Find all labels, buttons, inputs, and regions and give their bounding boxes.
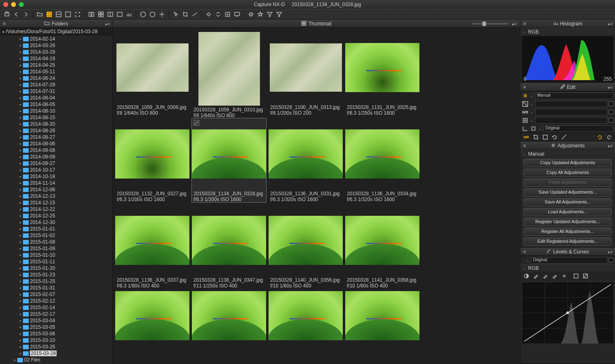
close-panel-icon[interactable]: ✕ [523,21,526,27]
folder-tree-item[interactable]: ▸2015-01-09 [0,245,112,252]
exposure-comp-row[interactable]: ⌄ [520,99,615,108]
folder-tree-item[interactable]: ▸02 Film [0,357,112,363]
straighten-tool-icon[interactable] [542,133,549,140]
folder-tree-item[interactable]: ▸2014-08-27 [0,134,112,140]
thumbnail-item[interactable] [192,291,266,336]
folder-tree-item[interactable]: ▸2015-02-14 [0,304,112,311]
folder-tree-item[interactable]: ▸2014-06-24 [0,75,112,81]
folder-tree-item[interactable]: ▸2015-03-05 [0,324,112,330]
histogram-toggle-icon[interactable] [125,11,132,18]
thumbnail-item[interactable]: 20150328_1136_JUN_0337.jpgf/6.3 1/80s IS… [115,205,189,289]
contrast-icon[interactable] [523,273,530,280]
curves-preset-dropdown[interactable]: Original [531,257,607,264]
folder-tree-item[interactable]: ▸2015-03-26 [0,344,112,350]
back-icon[interactable] [13,11,20,18]
folder-tree-item[interactable]: ▸2014-08-10 [0,108,112,114]
adjustment-action-button[interactable]: Load Adjustments... [524,208,612,216]
folder-tree-item[interactable]: ▸2014-12-06 [0,186,112,193]
edit-mode-dropdown[interactable]: Manual [535,93,613,99]
list-view-icon[interactable] [55,11,62,18]
adjustments-mode-row[interactable]: ⌄ Manual [520,150,615,157]
folder-tree-item[interactable]: ▸2014-10-18 [0,173,112,180]
folder-tree-item[interactable]: ▸2014-09-08 [0,147,112,154]
adjustment-action-button[interactable]: Copy Updated Adjustments [524,159,612,167]
folder-tree-item[interactable]: ▸2015-02-12 [0,298,112,304]
thumbnail-item[interactable] [345,291,419,336]
close-window-button[interactable] [3,2,8,7]
gray-eyedropper-icon[interactable] [542,273,549,280]
folder-tree-item[interactable]: ▸2014-05-11 [0,68,112,75]
folder-tree-item[interactable]: ▸2014-08-15 [0,114,112,121]
folder-tree-item[interactable]: ▸2014-11-14 [0,180,112,186]
thumbnail-item[interactable]: 20150328_1138_JUN_0347.jpgf/11 1/250s IS… [192,205,266,289]
curves-channel-row[interactable]: ⌄ RGB [520,264,615,271]
folder-tree-item[interactable]: ▸2015-01-31 [0,285,112,291]
folder-tree-item[interactable]: ▸2015-03-04 [0,317,112,324]
thumbnail-size-slider[interactable] [472,23,509,25]
histogram-mode-row[interactable]: ⌄ RGB [520,28,615,35]
edit-manual-row[interactable]: ✻ ⌄ Manual [520,91,615,99]
crop-tool-icon[interactable] [532,133,539,140]
folder-tree-item[interactable]: ▸2014-04-19 [0,55,112,62]
folder-tree-item[interactable]: ▸2014-02-14 [0,36,112,42]
folder-tree-item[interactable]: ▸2014-08-05 [0,101,112,108]
star-icon[interactable] [257,11,264,18]
adjustment-action-button[interactable]: Copy All Adjustments [524,169,612,177]
thumbnail-item[interactable]: 20150328_1134_JUN_0328.jpgf/6.3 1/200s I… [192,118,266,202]
folder-tree-item[interactable]: ▸2015-01-20 [0,265,112,271]
redo-icon[interactable] [606,133,613,140]
folder-tree-item[interactable]: ▸2014-10-17 [0,167,112,173]
thumbnail-view-icon[interactable] [46,11,52,18]
close-panel-icon[interactable]: ✕ [2,21,6,27]
thumbnail-item[interactable]: 20150328_1141_JUN_0358.jpgf/10 1/60s ISO… [345,205,419,289]
open-folder-icon[interactable] [36,11,43,18]
panel-menu-icon[interactable]: ▸≡ [608,85,613,90]
image-view-icon[interactable] [64,11,71,18]
exposure-checkbox[interactable] [609,102,613,106]
folder-tree[interactable]: ▸2013-12-05▸2013-12-11▸2013-12-23▸2014-0… [0,35,112,364]
exposure-dropdown[interactable] [535,101,607,107]
crop-icon[interactable] [182,11,189,18]
curves-preset-row[interactable]: ⌄ Original [520,256,615,264]
levels-tool-icon[interactable] [560,133,567,140]
folder-tree-item[interactable]: ▸2015-01-11 [0,258,112,265]
black-eyedropper-icon[interactable] [532,273,539,280]
folder-tree-item[interactable]: ▸2015-01-01 [0,226,112,232]
compare-icon[interactable] [88,11,95,18]
folder-tree-item[interactable]: ▸2014-07-31 [0,88,112,95]
monitor-icon[interactable] [233,11,240,18]
tone-row[interactable]: ⌄ Original [520,124,615,132]
folder-tree-item[interactable]: ▸2015-03-10 [0,337,112,344]
auto-levels-icon[interactable] [572,273,579,280]
thumbnail-item[interactable]: 20150328_1131_JUN_0325.jpgf/6.3 1/250s I… [345,32,419,116]
rotate-ccw-icon[interactable] [139,11,146,18]
folder-tree-item[interactable]: ▸2015-01-25 [0,278,112,285]
dust-off-icon[interactable] [205,11,212,18]
panel-menu-icon[interactable]: ▸≡ [512,22,517,26]
folder-tree-item[interactable]: ▸2014-08-20 [0,121,112,127]
folder-tree-item[interactable]: ▸2015-01-08 [0,239,112,245]
folder-tree-item[interactable]: ▸2014-07-29 [0,81,112,88]
thumbnail-item[interactable] [115,291,189,336]
folder-tree-item[interactable]: ▸2014-12-13 [0,193,112,199]
thumbnail-grid[interactable]: 20150328_1059_JUN_0308.jpgf/8 1/640s ISO… [113,28,520,364]
add-point-icon[interactable] [560,273,567,280]
folder-tree-item[interactable]: ▸2014-03-26 [0,42,112,49]
folder-tree-item[interactable]: ▸2014-03-29 [0,49,112,55]
filter-clear-icon[interactable] [276,11,282,18]
adjustment-action-button[interactable]: Edit Registered Adjustments... [524,237,612,246]
folder-tree-item[interactable]: ▸2015-01-02 [0,232,112,239]
reset-curves-icon[interactable] [582,273,589,280]
breadcrumb[interactable]: ◂ /Volumes/Dora/Foto/01 Digital/2015-03-… [0,28,112,35]
convert-icon[interactable] [214,11,221,18]
folder-tree-item[interactable]: ▸2014-08-26 [0,127,112,134]
adjustment-action-button[interactable]: Register All Adjustments... [524,228,612,236]
wb-dropdown[interactable] [535,109,607,115]
thumbnail-item[interactable]: 20150328_1140_JUN_0356.jpgf/10 1/60s ISO… [269,205,343,289]
panel-menu-icon[interactable]: ▸≡ [608,144,613,148]
thumbnail-item[interactable]: 20150328_1100_JUN_0313.jpgf/8 1/200s ISO… [269,32,343,116]
folder-tree-item[interactable]: ▸2014-09-06 [0,140,112,147]
wb-row[interactable]: WB ⌄ [520,108,615,116]
thumbnail-item[interactable]: 20150328_1136_JUN_0334.jpgf/6.3 1/320s I… [345,118,419,202]
compare-4-icon[interactable] [107,11,114,18]
